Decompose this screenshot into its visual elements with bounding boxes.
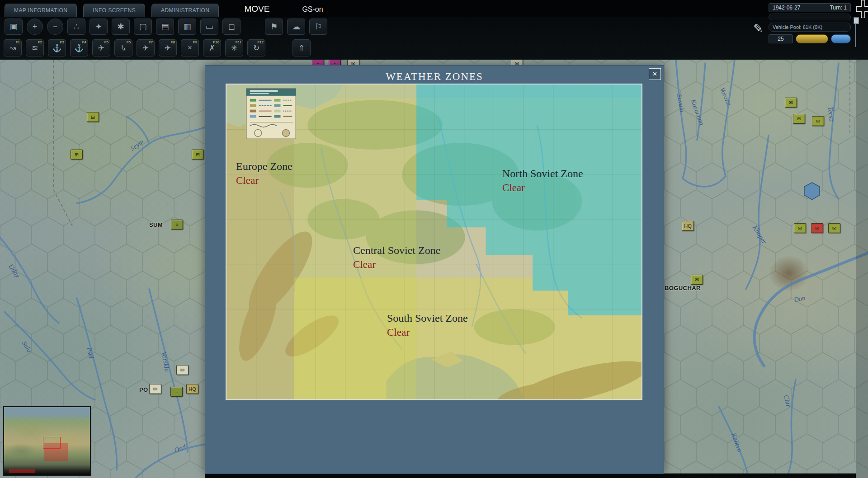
weather-map-art (226, 84, 642, 399)
mode-label[interactable]: MOVE (244, 4, 269, 14)
fn-key-label: F6 (127, 40, 131, 44)
fn-glyph: ✗ (209, 43, 215, 53)
unit-counter[interactable]: ✉ (828, 223, 840, 233)
build-mode-icon[interactable]: ↳ F6 (114, 39, 132, 56)
tool-glyph: − (53, 22, 58, 32)
air-recon-icon[interactable]: ✈ F7 (137, 39, 155, 56)
unit-counter[interactable]: ✉ (176, 365, 189, 375)
zoom-slider[interactable] (855, 18, 856, 47)
unit-counter[interactable]: ✉ (811, 223, 823, 233)
pencil-icon[interactable]: ✎ (753, 22, 763, 36)
interdiction-icon[interactable]: ✗ F10 (203, 39, 221, 56)
counters-icon[interactable]: ▢ (134, 19, 152, 35)
vehicle-pool: Vehicle Pool: 61K (0K) (769, 23, 851, 32)
weather-map: Europe Zone Clear North Soviet Zone Clea… (226, 84, 642, 400)
tool-glyph: ▣ (9, 22, 17, 32)
end-turn-icon[interactable]: ⇑ (292, 39, 311, 56)
stack-list-icon[interactable]: ▤ (156, 19, 174, 35)
main-toolbar: ▣ + − ∴ ✦ ✱ ▢ ▤ ▥ ▭ ◻ (0, 17, 868, 37)
gold-button[interactable] (796, 34, 828, 43)
unit-counter[interactable]: ✉ (785, 98, 797, 108)
unit-counter[interactable]: HQ (186, 384, 198, 394)
zoom-out-icon[interactable]: − (47, 19, 63, 35)
river-label: Karachan (689, 98, 705, 127)
fn-glyph: ✈ (165, 43, 171, 53)
blue-button[interactable] (831, 34, 851, 43)
next-phase-icon[interactable]: ↻ F12 (247, 39, 265, 56)
unit-counter[interactable]: ⊞ (71, 150, 83, 159)
ground-attack-icon[interactable]: ✈ F8 (159, 39, 177, 56)
rail-mode-icon[interactable]: ≋ F2 (26, 39, 44, 56)
naval-mode-icon[interactable]: ⚓ F3 (48, 39, 66, 56)
fn-glyph: ⚓ (74, 43, 84, 53)
unit-counter[interactable]: ✉ (812, 116, 824, 126)
fn-glyph: ↝ (9, 43, 16, 53)
tool-glyph: ✦ (95, 22, 102, 32)
message-box (769, 14, 851, 20)
zoom-value[interactable]: 25 (769, 34, 793, 43)
unit-counter[interactable]: ⊞ (192, 150, 204, 159)
pennant-icon[interactable]: ⚐ (309, 19, 327, 35)
top-chrome: MAP INFORMATION INFO SCREENS ADMINISTRAT… (0, 0, 868, 60)
fn-key-label: F4 (82, 40, 86, 44)
move-mode-icon[interactable]: ↝ F1 (4, 39, 22, 56)
german-cross-icon (856, 0, 868, 18)
hex-info-icon[interactable]: ✦ (90, 19, 108, 35)
settings-gear-icon[interactable]: ✱ (112, 19, 130, 35)
fn-glyph: ✈ (98, 43, 104, 53)
zoom-in-icon[interactable]: + (27, 19, 43, 35)
tab-info-screens[interactable]: INFO SCREENS (83, 4, 145, 17)
tab-map-information[interactable]: MAP INFORMATION (5, 4, 77, 17)
map-key-legend (246, 89, 296, 139)
frame-icon[interactable]: ▭ (200, 19, 218, 35)
river-label: Seym (129, 138, 145, 152)
tool-glyph: ✱ (117, 22, 124, 32)
fn-glyph: ⚓ (52, 43, 61, 53)
weather-icon[interactable]: ☁ (287, 19, 305, 35)
unit-counter[interactable]: ✉ (149, 384, 161, 394)
fn-key-label: F3 (60, 40, 64, 44)
chart-icon[interactable]: ▥ (178, 19, 196, 35)
function-toolbar: ↝ F1 ≋ F2 ⚓ F3 ⚓ F4 (0, 37, 868, 59)
tool-glyph: ▭ (205, 22, 213, 32)
fn-key-label: F2 (38, 40, 42, 44)
zone-name: South Soviet Zone (387, 312, 468, 325)
unit-counter[interactable]: ≡ (170, 387, 183, 397)
fn-glyph: ✈ (142, 43, 149, 53)
unit-display-icon[interactable]: ∴ (67, 19, 85, 35)
unit-counter[interactable]: HQ (682, 221, 694, 231)
bombard-icon[interactable]: ✳ F11 (225, 39, 243, 56)
close-icon: × (653, 70, 657, 79)
air-transport-icon[interactable]: ✈ F5 (92, 39, 110, 56)
river-label: Psel (85, 346, 95, 359)
town-label: PO (139, 386, 148, 393)
amphibious-mode-icon[interactable]: ⚓ F4 (70, 39, 88, 56)
flag-marker-icon[interactable]: ⚑ (265, 19, 283, 35)
bottom-bar (205, 473, 856, 478)
tab-administration[interactable]: ADMINISTRATION (151, 4, 219, 17)
unit-counter[interactable]: ≡ (171, 220, 183, 230)
tool-glyph: ∴ (74, 22, 79, 32)
tool-glyph: ▤ (161, 22, 169, 32)
river-label: Tersa (826, 107, 835, 122)
river-label: Chir (782, 394, 793, 408)
fn-glyph: ⇑ (298, 43, 305, 53)
unit-counter[interactable]: ⊞ (87, 112, 99, 122)
select-region-icon[interactable]: ◻ (222, 19, 241, 35)
fn-glyph: ✳ (231, 43, 237, 53)
zone-status: Clear (236, 175, 292, 187)
windows-icon[interactable]: ▣ (5, 19, 23, 35)
dialog-title: WEATHER ZONES (205, 71, 664, 83)
unit-counter[interactable]: ✉ (691, 275, 703, 285)
unit-counter[interactable]: ✉ (794, 223, 806, 233)
air-superiority-icon[interactable]: × F9 (181, 39, 199, 56)
fn-glyph: ↻ (253, 43, 259, 53)
close-button[interactable]: × (649, 68, 661, 80)
zone-name: Europe Zone (236, 160, 292, 173)
river-label: Vorskla (160, 351, 171, 372)
minimap[interactable] (3, 406, 91, 476)
unit-counter[interactable]: ✉ (793, 114, 805, 124)
river-label: Savala (675, 94, 686, 113)
gs-toggle[interactable]: GS-on (302, 5, 323, 14)
minimap-terrain (4, 407, 90, 475)
